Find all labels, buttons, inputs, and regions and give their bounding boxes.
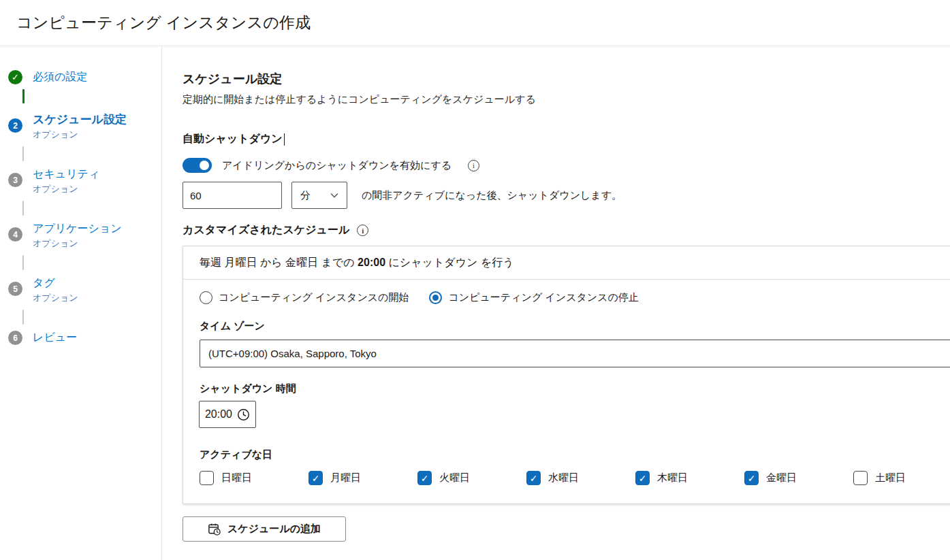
page-title: コンピューティング インスタンスの作成 bbox=[16, 12, 311, 33]
checkbox-icon bbox=[744, 471, 759, 485]
checkbox-icon bbox=[526, 471, 541, 485]
schedule-summary-time: 20:00 bbox=[358, 257, 385, 268]
timezone-value: (UTC+09:00) Osaka, Sapporo, Tokyo bbox=[208, 348, 377, 359]
custom-schedule-heading: カスタマイズされたスケジュール i bbox=[183, 223, 950, 237]
schedule-settings-pane: スケジュール設定 定期的に開始または停止するようにコンピューティングをスケジュー… bbox=[162, 46, 950, 560]
step-label[interactable]: アプリケーション bbox=[33, 221, 122, 236]
toggle-knob bbox=[200, 161, 209, 170]
step-label[interactable]: セキュリティ bbox=[33, 167, 99, 182]
step-connector bbox=[22, 310, 24, 325]
radio-icon bbox=[200, 291, 212, 304]
step-optional-label: オプション bbox=[33, 237, 122, 250]
sidebar-item-required-settings[interactable]: ✓ 必須の設定 bbox=[8, 69, 161, 84]
step-number-badge: 3 bbox=[8, 173, 22, 187]
checkbox-icon bbox=[417, 471, 432, 485]
shutdown-time-label: シャットダウン 時間 bbox=[200, 382, 950, 395]
checkbox-icon bbox=[308, 471, 323, 485]
radio-icon bbox=[429, 291, 442, 304]
sidebar-item-security[interactable]: 3 セキュリティ オプション bbox=[8, 167, 161, 195]
shutdown-time-input[interactable]: 20:00 bbox=[199, 401, 256, 428]
step-number-badge: 6 bbox=[8, 331, 22, 345]
idle-shutdown-toggle-label: アイドリングからのシャットダウンを有効にする bbox=[222, 159, 452, 172]
day-checkbox-thursday[interactable]: 木曜日 bbox=[635, 471, 744, 485]
step-optional-label: オプション bbox=[33, 292, 78, 304]
text-cursor bbox=[284, 133, 285, 146]
idle-unit-value: 分 bbox=[300, 189, 311, 202]
day-checkbox-monday[interactable]: 月曜日 bbox=[308, 471, 417, 485]
step-label[interactable]: タグ bbox=[33, 276, 78, 291]
sidebar-item-tags[interactable]: 5 タグ オプション bbox=[8, 276, 161, 304]
step-label[interactable]: レビュー bbox=[33, 330, 77, 345]
page-header: コンピューティング インスタンスの作成 bbox=[0, 0, 950, 46]
day-checkbox-tuesday[interactable]: 火曜日 bbox=[417, 471, 526, 485]
day-checkbox-sunday[interactable]: 日曜日 bbox=[200, 471, 308, 485]
checkbox-icon bbox=[853, 471, 868, 485]
day-checkbox-friday[interactable]: 金曜日 bbox=[744, 471, 853, 485]
radio-stop-instance[interactable]: コンピューティング インスタンスの停止 bbox=[429, 291, 638, 304]
clock-icon bbox=[237, 408, 250, 421]
idle-unit-select[interactable]: 分 bbox=[291, 182, 347, 209]
active-days-group: 日曜日 月曜日 火曜日 水曜日 木曜日 bbox=[200, 471, 950, 485]
timezone-label: タイム ゾーン bbox=[200, 320, 950, 333]
step-complete-icon: ✓ bbox=[8, 70, 22, 84]
day-checkbox-saturday[interactable]: 土曜日 bbox=[853, 471, 950, 485]
calendar-clock-icon bbox=[208, 523, 221, 536]
info-icon[interactable]: i bbox=[357, 225, 368, 236]
section-title: スケジュール設定 bbox=[183, 71, 950, 87]
checkbox-icon bbox=[635, 471, 650, 485]
step-number-badge: 2 bbox=[8, 118, 22, 133]
step-optional-label: オプション bbox=[33, 183, 99, 195]
sidebar-item-schedule-settings[interactable]: 2 スケジュール設定 オプション bbox=[8, 112, 161, 141]
sidebar-item-review[interactable]: 6 レビュー bbox=[8, 330, 161, 345]
step-connector bbox=[22, 255, 24, 270]
idle-suffix-text: の間非アクティブになった後、シャットダウンします。 bbox=[362, 189, 622, 202]
day-checkbox-wednesday[interactable]: 水曜日 bbox=[526, 471, 635, 485]
shutdown-time-value: 20:00 bbox=[205, 408, 232, 421]
step-connector bbox=[22, 89, 25, 103]
auto-shutdown-heading: 自動シャットダウン bbox=[183, 132, 950, 146]
step-number-badge: 4 bbox=[8, 227, 22, 242]
idle-minutes-input[interactable] bbox=[183, 182, 282, 209]
wizard-steps-sidebar: ✓ 必須の設定 2 スケジュール設定 オプション 3 セキュリティ オプション … bbox=[0, 46, 162, 560]
schedule-summary: 毎週 月曜日 から 金曜日 までの 20:00 にシャットダウン を行う bbox=[183, 246, 950, 280]
step-label[interactable]: スケジュール設定 bbox=[33, 112, 127, 127]
radio-start-instance[interactable]: コンピューティング インスタンスの開始 bbox=[200, 291, 409, 304]
step-number-badge: 5 bbox=[8, 282, 22, 296]
step-connector bbox=[22, 201, 24, 216]
chevron-down-icon bbox=[330, 193, 338, 198]
step-connector bbox=[22, 146, 24, 161]
timezone-select[interactable]: (UTC+09:00) Osaka, Sapporo, Tokyo bbox=[200, 340, 950, 367]
step-optional-label: オプション bbox=[33, 129, 127, 141]
sidebar-item-applications[interactable]: 4 アプリケーション オプション bbox=[8, 221, 161, 250]
info-icon[interactable]: i bbox=[468, 160, 479, 171]
active-days-label: アクティブな日 bbox=[200, 448, 950, 461]
idle-shutdown-toggle[interactable] bbox=[183, 158, 212, 173]
section-subtitle: 定期的に開始または停止するようにコンピューティングをスケジュールする bbox=[183, 93, 950, 106]
schedule-card: 毎週 月曜日 から 金曜日 までの 20:00 にシャットダウン を行う コンピ… bbox=[183, 246, 950, 504]
step-label[interactable]: 必須の設定 bbox=[33, 69, 87, 84]
add-schedule-button[interactable]: スケジュールの追加 bbox=[183, 516, 346, 542]
checkbox-icon bbox=[200, 471, 214, 485]
